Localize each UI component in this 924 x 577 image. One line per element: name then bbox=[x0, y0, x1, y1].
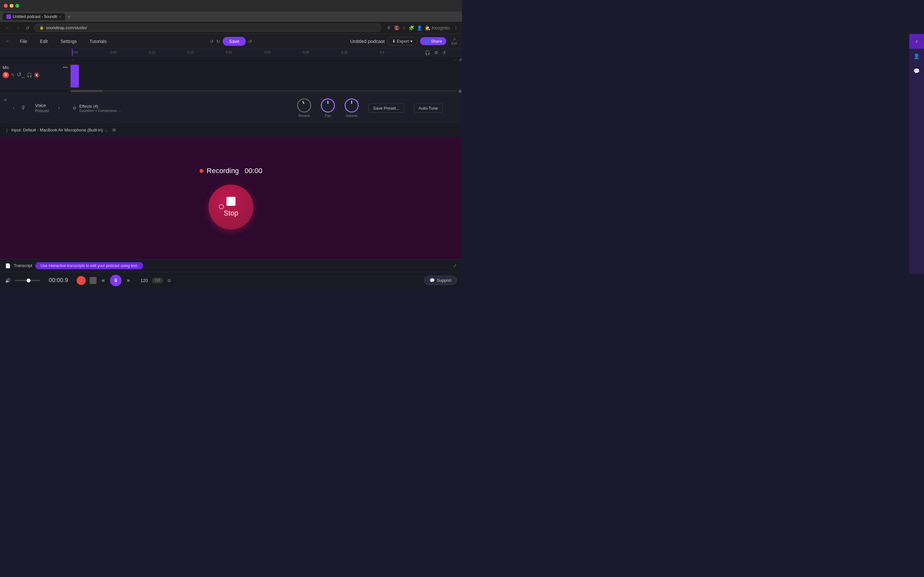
transcript-expand-btn[interactable]: ⤢ bbox=[453, 263, 457, 268]
headphone-icon[interactable]: 🎧 bbox=[425, 50, 430, 55]
volume-thumb[interactable] bbox=[27, 279, 31, 282]
settings-menu[interactable]: Settings bbox=[58, 37, 79, 45]
maximize-window-btn[interactable] bbox=[15, 4, 19, 8]
transport-record-btn[interactable] bbox=[77, 276, 86, 285]
play-pause-btn[interactable]: ⏸ bbox=[110, 275, 121, 286]
panel-row: ‹ 🎙 Voice Podcast › ⚙ Effects (4) Equali… bbox=[6, 98, 456, 118]
save-btn[interactable]: Save bbox=[223, 37, 246, 46]
loop-btn[interactable]: ↺ bbox=[459, 58, 462, 62]
minimize-window-btn[interactable] bbox=[10, 4, 13, 8]
rewind-btn[interactable]: « bbox=[100, 276, 106, 285]
transcript-tip[interactable]: Use interactive transcripts to edit your… bbox=[35, 262, 143, 269]
track-clip[interactable] bbox=[71, 65, 79, 87]
skip-right-icon[interactable]: → bbox=[71, 57, 75, 63]
track-record-btn[interactable]: R bbox=[3, 72, 9, 78]
exit-link[interactable]: ↗ Exit bbox=[451, 37, 457, 45]
volume-knob-group: Volume bbox=[344, 98, 359, 118]
ruler-mark-1: 0:05 bbox=[110, 51, 149, 54]
extension-icon[interactable]: 🧩 bbox=[409, 25, 414, 31]
scrollbar-row: ⊕ bbox=[0, 89, 462, 93]
reverb-knob[interactable] bbox=[297, 98, 311, 113]
close-window-btn[interactable] bbox=[4, 4, 8, 8]
knob-section: Reverb Pan Volume Save Preset... Auto-Tu… bbox=[297, 98, 443, 118]
track-loop-icon[interactable]: ↺vol bbox=[17, 71, 25, 79]
tutorials-menu[interactable]: Tutorials bbox=[87, 37, 109, 45]
sync-btn[interactable]: ↺ bbox=[248, 39, 252, 44]
app-container: ← File Edit Settings Tutorials ↺ ↻ Save … bbox=[0, 34, 462, 288]
url-text: soundtrap.com/studio/ bbox=[46, 25, 87, 30]
nav-back-btn[interactable]: ← bbox=[4, 25, 11, 31]
effects-label: Effects (4) bbox=[79, 104, 121, 109]
redo-btn[interactable]: ↻ bbox=[216, 39, 220, 44]
tab-close-btn[interactable]: × bbox=[59, 15, 61, 19]
transport-stop-btn[interactable] bbox=[89, 277, 97, 284]
volume-label: Volume bbox=[346, 114, 358, 118]
prev-instrument-btn[interactable]: ‹ bbox=[13, 105, 15, 111]
active-tab[interactable]: Untitled podcast - Soundtr × bbox=[3, 13, 65, 20]
mic-icon[interactable]: 🎙 bbox=[387, 25, 391, 31]
separator: - bbox=[135, 278, 137, 283]
volume-knob[interactable] bbox=[344, 98, 359, 113]
stop-label: Stop bbox=[224, 209, 238, 218]
recording-label: Recording bbox=[207, 167, 239, 175]
incognito-indicator: 🕵 Incognito bbox=[425, 25, 450, 31]
export-btn[interactable]: ⬇ Export ▾ bbox=[387, 37, 417, 45]
track-more-btn[interactable]: ••• bbox=[63, 65, 68, 70]
timeline-refresh-icon[interactable]: ↺ bbox=[442, 50, 446, 55]
scrollbar-thumb[interactable] bbox=[71, 90, 103, 92]
new-tab-btn[interactable]: + bbox=[68, 14, 71, 19]
nav-refresh-btn[interactable]: ↺ bbox=[24, 25, 31, 31]
ruler-markers: 0:00 0:05 0:10 0:15 0:20 0:25 0:30 0:35 … bbox=[72, 51, 418, 54]
track-name: Mic bbox=[3, 65, 9, 70]
browser-menu-btn[interactable]: ⋮ bbox=[454, 25, 458, 31]
edit-menu[interactable]: Edit bbox=[37, 37, 50, 45]
horizontal-scrollbar[interactable] bbox=[71, 90, 457, 92]
track-headphone-icon[interactable]: 🎧 bbox=[27, 73, 32, 77]
fast-forward-btn[interactable]: » bbox=[126, 276, 131, 285]
skip-left-icon[interactable]: ← bbox=[453, 57, 457, 63]
nav-forward-btn[interactable]: → bbox=[14, 25, 21, 31]
transport-settings-icon[interactable]: ⚙ bbox=[167, 278, 171, 283]
share-btn[interactable]: 👤 Share bbox=[420, 37, 447, 45]
back-btn[interactable]: ← bbox=[5, 38, 11, 45]
undo-btn[interactable]: ↺ bbox=[210, 39, 214, 44]
file-menu[interactable]: File bbox=[17, 37, 30, 45]
track-body[interactable] bbox=[71, 63, 462, 89]
effects-icon[interactable]: ⚙ bbox=[73, 105, 77, 111]
no-video-icon[interactable]: 📵 bbox=[394, 25, 399, 31]
track-mute-icon[interactable]: 🔇 bbox=[34, 73, 39, 77]
playhead[interactable] bbox=[72, 49, 73, 56]
tab-bar: Untitled podcast - Soundtr × + bbox=[0, 11, 462, 22]
url-bar[interactable]: 🔒 soundtrap.com/studio/ bbox=[34, 24, 381, 32]
star-icon[interactable]: ☆ bbox=[402, 25, 406, 31]
browser-toolbar: 🎙 📵 ☆ 🧩 👤 🕵 Incognito ⋮ bbox=[387, 25, 458, 31]
timeline-settings-icon[interactable]: ⚙ bbox=[434, 50, 438, 55]
stop-button[interactable]: Stop bbox=[208, 185, 254, 229]
project-title: Untitled podcast bbox=[350, 39, 384, 44]
toolbar-center: ↺ ↻ Save ↺ bbox=[210, 37, 252, 46]
save-preset-btn[interactable]: Save Preset... bbox=[368, 103, 404, 113]
ruler-mark-6: 0:30 bbox=[303, 51, 341, 54]
ruler-mark-5: 0:25 bbox=[264, 51, 303, 54]
menu-bar: ← File Edit Settings Tutorials ↺ ↻ Save … bbox=[0, 34, 462, 49]
tab-favicon-icon bbox=[6, 15, 11, 19]
support-icon: 💬 bbox=[430, 278, 435, 283]
instrument-mic-icon[interactable]: 🎙 bbox=[21, 105, 26, 111]
auto-tune-btn[interactable]: Auto-Tune bbox=[414, 103, 443, 113]
timeline-ruler[interactable]: 0:00 0:05 0:10 0:15 0:20 0:25 0:30 0:35 … bbox=[0, 49, 462, 56]
support-btn[interactable]: 💬 Support bbox=[424, 276, 457, 285]
instrument-info: Voice Podcast bbox=[35, 103, 49, 113]
volume-slider[interactable] bbox=[15, 280, 40, 281]
metronome-off-badge[interactable]: Off bbox=[152, 277, 163, 284]
profile-icon[interactable]: 👤 bbox=[417, 25, 422, 31]
track-edit-icon[interactable]: ✎ bbox=[11, 73, 15, 77]
volume-icon: 🔊 bbox=[5, 278, 11, 283]
ruler-mark-3: 0:15 bbox=[187, 51, 226, 54]
pan-knob[interactable] bbox=[321, 98, 335, 113]
transport-bar: 🔊 00:00.9 « ⏸ » - 120 Off ⚙ 💬 Support bbox=[0, 272, 462, 288]
browser-chrome bbox=[0, 0, 462, 11]
bpm-display: 120 bbox=[141, 278, 148, 283]
close-panel-btn[interactable]: × bbox=[4, 97, 7, 103]
input-selector[interactable]: Input: Default - MacBook Air Microphone … bbox=[11, 127, 108, 132]
next-instrument-btn[interactable]: › bbox=[58, 105, 60, 111]
